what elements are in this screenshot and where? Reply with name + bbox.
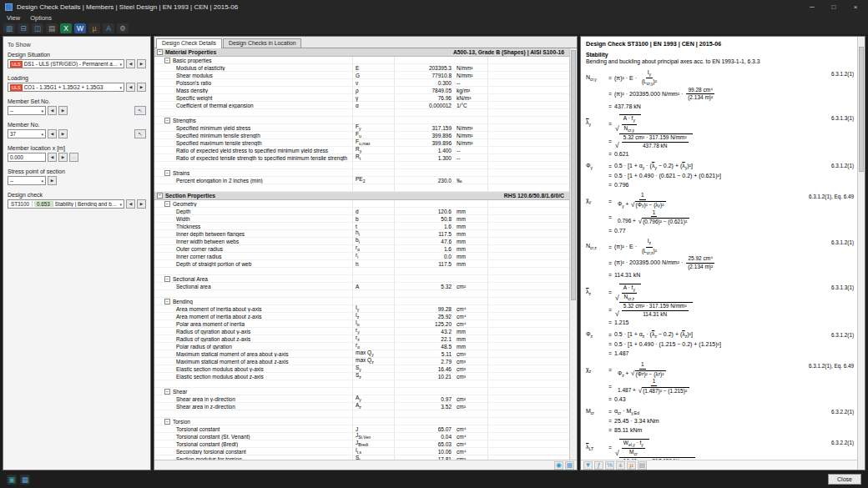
group-header[interactable]: −Bending [154, 298, 569, 305]
word-export-icon[interactable]: W [74, 23, 86, 33]
member-no-select[interactable]: 37 ▾ [8, 129, 46, 138]
row-filler [488, 64, 569, 71]
collapse-icon[interactable]: − [164, 299, 170, 304]
printer-icon[interactable]: ▤ [46, 23, 58, 33]
prev-location-button[interactable]: ◀ [48, 153, 57, 162]
units-globe-icon[interactable]: ◉ [554, 461, 563, 470]
collapse-icon[interactable]: − [164, 419, 170, 425]
maximize-button[interactable]: □ [823, 0, 845, 13]
row-label: Ratio of expected yield stress to specif… [154, 147, 353, 153]
vertical-scrollbar[interactable] [857, 37, 865, 470]
stress-point-select[interactable]: -- ▾ [8, 176, 46, 185]
row-label: −Geometry [154, 200, 353, 207]
prev-design-check-button[interactable]: ◀ [126, 199, 135, 209]
collapse-icon[interactable]: − [164, 58, 170, 63]
row-label: Shear modulus [154, 72, 353, 78]
loading-select[interactable]: ULS CO1 - 1.35G1 + 1.35G2 + 1.35G3 ▾ [8, 83, 124, 92]
group-header[interactable]: −Torsion [154, 418, 569, 425]
tab-design-checks-in-location[interactable]: Design Checks in Location [223, 38, 301, 48]
section-header[interactable]: −Material PropertiesA500-13, Grade B (Sh… [154, 48, 569, 57]
row-value: 203395.3 [395, 64, 453, 71]
close-dialog-button[interactable]: Close [828, 474, 861, 485]
section-header[interactable]: −Section PropertiesRHS 120.6/50.8/1.6/0/… [154, 192, 569, 200]
prev-loading-button[interactable]: ◀ [126, 83, 135, 92]
decimal-places-icon[interactable]: ± [616, 461, 625, 470]
member-location-input[interactable]: 0.000 [8, 153, 46, 162]
design-check-select[interactable]: ST3100 0.653 Stability | Bending and bu.… [8, 199, 124, 209]
member-set-select[interactable]: -- ▾ [8, 106, 46, 115]
row-label: Depth [154, 208, 353, 214]
keyboard-icon[interactable]: ▦ [20, 475, 30, 485]
scrollbar-thumb[interactable] [571, 50, 576, 300]
filter-checks-icon[interactable]: ▼ [583, 461, 593, 470]
print-formula-icon[interactable]: ▤ [638, 461, 647, 470]
row-unit: kN/m³ [453, 94, 488, 101]
group-header[interactable]: −Shear [154, 388, 569, 395]
row-unit [453, 380, 488, 387]
row-symbol: Rt [353, 154, 395, 161]
collapse-icon[interactable]: − [164, 170, 170, 176]
vertical-scrollbar[interactable] [569, 48, 577, 460]
collapse-icon[interactable]: − [164, 276, 170, 282]
row-filler [488, 117, 569, 123]
code-reference: 6.3.1.2(1), Eq. 6.49 [809, 363, 854, 369]
collapse-icon[interactable]: − [164, 389, 170, 395]
table-settings-icon[interactable]: ▦ [565, 461, 574, 470]
menu-view[interactable]: View [7, 14, 20, 22]
font-size-icon[interactable]: A [103, 23, 114, 33]
select-member-set-graphically-button[interactable]: ↖ [134, 106, 146, 115]
formula-area: 6.3.1.2(1)Ncr,y=(π)² · E · Iy(Lcr,y)²=(π… [581, 67, 857, 460]
row-symbol: Ry [353, 147, 395, 153]
design-check-header: Design Check ST3100 | EN 1993 | CEN | 20… [581, 37, 857, 67]
select-member-graphically-button[interactable]: ↖ [134, 129, 146, 138]
collapse-icon[interactable]: − [164, 118, 170, 123]
row-value: 76.96 [395, 94, 453, 101]
units-icon[interactable]: µ [88, 23, 100, 33]
scrollbar-thumb[interactable] [859, 47, 864, 172]
row-filler [488, 208, 569, 214]
next-member-set-button[interactable]: ▶ [58, 106, 68, 115]
group-header[interactable]: −Geometry [154, 200, 569, 208]
menu-options[interactable]: Options [30, 14, 52, 22]
tab-design-check-details[interactable]: Design Check Details [156, 38, 222, 48]
navigation-panel-icon[interactable]: ◫ [32, 23, 43, 33]
row-filler [488, 215, 569, 222]
code-reference: 6.3.1.2(1) [831, 71, 854, 77]
formula-expression: 10.796 + √(0.796)² − (0.621)² [614, 210, 694, 226]
next-location-button[interactable]: ▶ [58, 153, 68, 162]
row-label: Inner width between webs [154, 238, 353, 244]
minimize-button[interactable]: ─ [801, 0, 823, 13]
prev-member-set-button[interactable]: ◀ [48, 106, 57, 115]
titlebar: Design Check Details | Members | Steel D… [0, 0, 868, 13]
language-icon[interactable]: ▣ [7, 475, 17, 485]
formula-references-icon[interactable]: ƒ [594, 461, 603, 470]
location-range-button[interactable]: ↔ [69, 153, 78, 162]
window-controls: ─ □ × [801, 0, 866, 13]
row-unit: cm³ [453, 373, 488, 380]
collapse-icon[interactable]: − [157, 49, 163, 55]
units-settings-icon[interactable]: µ [627, 461, 636, 470]
settings-icon[interactable]: ⚙ [117, 23, 129, 33]
next-member-button[interactable]: ▶ [58, 129, 68, 138]
row-label: Thickness [154, 223, 353, 229]
collapse-icon[interactable]: − [164, 201, 170, 207]
row-filler [488, 418, 569, 425]
close-window-button[interactable]: × [845, 0, 866, 13]
percent-icon[interactable]: % [605, 461, 614, 470]
design-check-subtitle: Bending and buckling about principal axe… [586, 58, 852, 64]
design-situation-select[interactable]: ULS DS1 - ULS (STR/GEO) - Permanent and … [8, 59, 124, 68]
tree-collapse-icon[interactable]: ⊟ [18, 23, 29, 33]
group-header[interactable]: −Strengths [154, 117, 569, 124]
row-filler [488, 328, 569, 335]
prev-member-button[interactable]: ◀ [48, 129, 57, 138]
collapse-icon[interactable]: − [157, 193, 163, 199]
show-all-icon[interactable]: ▥ [3, 23, 15, 33]
next-design-check-button[interactable]: ▶ [137, 199, 146, 209]
excel-export-icon[interactable]: X [60, 23, 72, 33]
next-loading-button[interactable]: ▶ [137, 83, 146, 92]
next-stress-point-button[interactable]: ▶ [48, 176, 57, 185]
group-header[interactable]: −Basic properties [154, 57, 569, 64]
next-design-situation-button[interactable]: ▶ [137, 59, 146, 68]
group-header[interactable]: −Sectional Area [154, 275, 569, 283]
prev-design-situation-button[interactable]: ◀ [126, 59, 135, 68]
